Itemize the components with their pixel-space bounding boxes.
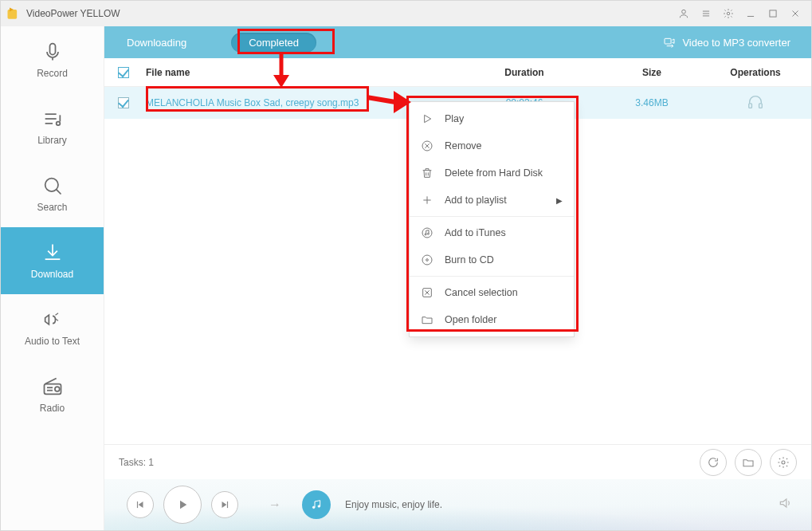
sidebar-item-label: Download	[31, 269, 73, 280]
svg-marker-42	[139, 502, 143, 508]
svg-line-21	[45, 379, 56, 384]
ctx-label: Cancel selection	[445, 287, 518, 298]
open-folder-button[interactable]	[735, 449, 762, 476]
play-icon	[421, 112, 433, 125]
sidebar-item-label: Record	[37, 68, 68, 79]
shuffle-icon[interactable]: →	[269, 498, 281, 512]
content-area: Play Remove Delete from Hard Disk Add to…	[104, 119, 811, 444]
app-logo	[6, 6, 22, 22]
player-message: Enjoy music, enjoy life.	[345, 499, 442, 510]
menu-list-icon[interactable]	[695, 2, 717, 25]
cell-size: 3.46MB	[588, 97, 716, 108]
tab-downloading[interactable]: Downloading	[104, 26, 209, 58]
col-duration[interactable]: Duration	[461, 67, 588, 78]
sidebar-item-record[interactable]: Record	[1, 26, 104, 93]
ctx-separator	[410, 276, 574, 277]
ctx-label: Play	[445, 113, 464, 124]
svg-rect-23	[749, 103, 752, 108]
svg-rect-22	[665, 38, 671, 44]
sidebar-item-library[interactable]: Library	[1, 93, 104, 160]
svg-rect-17	[44, 384, 61, 395]
svg-point-34	[425, 234, 426, 235]
svg-point-47	[312, 506, 315, 509]
tab-label: Completed	[231, 33, 316, 53]
svg-point-41	[782, 461, 785, 464]
ctx-delete-disk[interactable]: Delete from Hard Disk	[410, 159, 574, 187]
close-icon[interactable]	[784, 2, 806, 25]
svg-point-48	[318, 505, 320, 508]
ctx-label: Burn to CD	[445, 254, 494, 266]
tab-completed[interactable]: Completed	[209, 26, 339, 58]
play-button[interactable]	[163, 486, 202, 524]
headphones-icon[interactable]	[747, 102, 764, 113]
svg-rect-10	[49, 44, 55, 55]
video-to-mp3-button[interactable]: Video to MP3 converter	[663, 36, 811, 49]
now-playing-icon	[302, 490, 331, 519]
ctx-label: Add to playlist	[445, 195, 507, 206]
ctx-separator	[410, 216, 574, 217]
svg-point-1	[682, 10, 686, 14]
svg-point-33	[422, 228, 432, 238]
titlebar: VideoPower YELLOW	[1, 1, 811, 26]
sidebar-item-radio[interactable]: Radio	[1, 361, 104, 428]
cancel-icon	[421, 286, 433, 299]
next-track-button[interactable]	[211, 491, 238, 518]
settings-button[interactable]	[770, 449, 797, 476]
ctx-play[interactable]: Play	[410, 105, 574, 132]
main-panel: Downloading Completed Video to MP3 conve…	[104, 26, 811, 530]
ctx-add-playlist[interactable]: Add to playlist ▶	[410, 187, 574, 214]
ctx-cancel-selection[interactable]: Cancel selection	[410, 279, 574, 306]
footer-bar: Tasks: 1	[104, 444, 811, 479]
svg-point-5	[727, 12, 730, 15]
download-tabs: Downloading Completed Video to MP3 conve…	[104, 26, 811, 58]
refresh-button[interactable]	[700, 449, 727, 476]
ctx-label: Delete from Hard Disk	[445, 167, 543, 179]
cell-operations	[716, 93, 811, 113]
svg-rect-0	[8, 10, 18, 19]
volume-icon[interactable]	[778, 495, 794, 514]
ctx-label: Remove	[445, 140, 482, 151]
col-filename[interactable]: File name	[143, 67, 461, 78]
select-all-checkbox[interactable]	[118, 67, 129, 78]
context-menu: Play Remove Delete from Hard Disk Add to…	[409, 101, 575, 337]
svg-marker-44	[180, 501, 186, 509]
svg-point-15	[45, 179, 57, 191]
itunes-icon	[421, 226, 433, 239]
user-icon[interactable]	[673, 2, 695, 25]
ctx-open-folder[interactable]: Open folder	[410, 306, 574, 333]
folder-icon	[421, 313, 433, 326]
svg-point-37	[426, 259, 429, 262]
svg-rect-43	[137, 502, 138, 508]
ctx-label: Add to iTunes	[445, 227, 506, 238]
ctx-remove[interactable]: Remove	[410, 132, 574, 159]
app-title: VideoPower YELLOW	[26, 8, 120, 19]
sidebar-item-download[interactable]: Download	[1, 227, 104, 294]
col-size[interactable]: Size	[588, 67, 716, 78]
svg-marker-45	[222, 502, 227, 508]
plus-icon	[421, 194, 433, 206]
sidebar-item-label: Library	[37, 135, 67, 146]
player-bar: → Enjoy music, enjoy life.	[104, 479, 811, 530]
svg-rect-46	[227, 502, 228, 508]
prev-track-button[interactable]	[127, 491, 154, 518]
sidebar-item-audio-to-text[interactable]: Audio to Text	[1, 294, 104, 361]
trash-icon	[421, 167, 433, 179]
svg-point-35	[427, 233, 429, 234]
col-operations: Operations	[716, 67, 811, 78]
submenu-arrow-icon: ▶	[556, 196, 563, 205]
ctx-add-itunes[interactable]: Add to iTunes	[410, 219, 574, 246]
sidebar: Record Library Search Download Audio to …	[1, 26, 104, 530]
minimize-icon[interactable]	[739, 2, 762, 25]
ctx-burn-cd[interactable]: Burn to CD	[410, 246, 574, 273]
sidebar-item-search[interactable]: Search	[1, 160, 104, 227]
gear-icon[interactable]	[717, 2, 739, 25]
maximize-icon[interactable]	[762, 2, 784, 25]
sidebar-item-label: Search	[37, 202, 67, 213]
svg-point-18	[54, 387, 59, 391]
tab-label: Downloading	[127, 37, 186, 49]
svg-rect-7	[770, 10, 776, 17]
remove-icon	[421, 140, 433, 152]
svg-marker-25	[425, 115, 431, 122]
row-checkbox[interactable]	[118, 97, 129, 108]
video-to-mp3-label: Video to MP3 converter	[682, 37, 790, 49]
